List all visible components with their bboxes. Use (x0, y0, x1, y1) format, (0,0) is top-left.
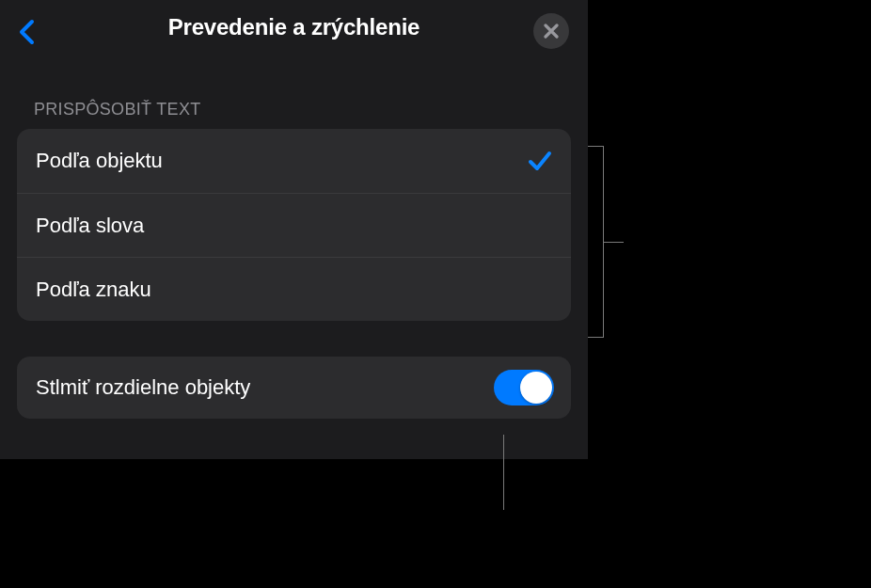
fade-toggle[interactable] (494, 370, 554, 405)
chevron-left-icon (18, 19, 35, 45)
panel-header: Prevedenie a zrýchlenie (0, 0, 588, 55)
toggle-group: Stlmiť rozdielne objekty (17, 357, 571, 419)
option-by-word[interactable]: Podľa slova (17, 193, 571, 257)
fade-toggle-row: Stlmiť rozdielne objekty (17, 357, 571, 419)
option-by-character[interactable]: Podľa znaku (17, 257, 571, 321)
panel-content: PRISPÔSOBIŤ TEXT Podľa objektu Podľa slo… (0, 55, 588, 419)
close-icon (544, 24, 559, 39)
settings-panel: Prevedenie a zrýchlenie PRISPÔSOBIŤ TEXT… (0, 0, 588, 459)
option-label: Podľa objektu (36, 149, 163, 173)
callout-bracket (588, 146, 624, 338)
text-fit-options: Podľa objektu Podľa slova Podľa znaku (17, 129, 571, 321)
callout-line (503, 435, 504, 510)
toggle-knob (520, 372, 552, 404)
section-header: PRISPÔSOBIŤ TEXT (17, 55, 571, 129)
back-button[interactable] (15, 19, 38, 45)
panel-title: Prevedenie a zrýchlenie (0, 14, 588, 40)
option-by-object[interactable]: Podľa objektu (17, 129, 571, 193)
option-label: Podľa znaku (36, 278, 151, 302)
close-button[interactable] (533, 13, 569, 49)
toggle-label: Stlmiť rozdielne objekty (36, 375, 250, 400)
option-label: Podľa slova (36, 214, 144, 238)
checkmark-icon (528, 149, 552, 173)
